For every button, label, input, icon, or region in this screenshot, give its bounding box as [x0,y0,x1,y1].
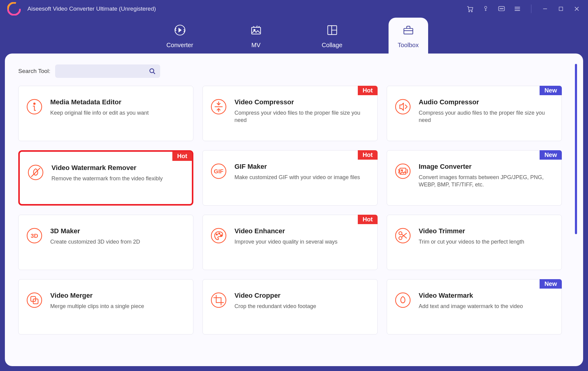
svg-point-29 [216,234,217,235]
tool-card-body: Video WatermarkAdd text and image waterm… [419,292,523,310]
tool-description: Compress your video files to the proper … [234,109,370,124]
palette-icon [210,227,227,244]
search-row: Search Tool: [18,64,570,78]
tools-grid: Media Metadata EditorKeep original file … [18,86,570,335]
svg-text:GIF: GIF [214,168,224,175]
mv-icon [249,23,263,37]
svg-point-15 [150,69,154,73]
tool-description: Compress your audio files to the proper … [419,109,554,124]
app-title: Aiseesoft Video Converter Ultimate (Unre… [27,5,156,12]
svg-rect-9 [559,7,563,11]
vertical-scrollbar[interactable] [575,64,577,234]
titlebar-controls [466,5,581,13]
svg-point-30 [219,233,220,234]
tab-mv[interactable]: MV [236,18,276,54]
feedback-icon[interactable] [498,5,505,13]
svg-point-3 [471,11,472,12]
search-input[interactable] [59,68,149,74]
tool-card-video-merger[interactable]: Video MergerMerge multiple clips into a … [18,279,193,335]
tab-toolbox[interactable]: Toolbox [389,18,428,54]
audio-compress-icon [394,98,411,115]
app-window: Aiseesoft Video Converter Ultimate (Unre… [0,0,588,371]
tool-card-image-converter[interactable]: NewImage ConverterConvert images formats… [387,150,562,206]
tab-converter[interactable]: Converter [160,18,200,54]
tool-card-body: Video EnhancerImprove your video quality… [234,227,337,245]
tool-description: Trim or cut your videos to the perfect l… [419,238,524,245]
cart-icon[interactable] [466,5,474,13]
svg-point-6 [500,8,501,9]
tool-description: Improve your video quality in several wa… [234,238,337,245]
tool-card-gif-maker[interactable]: HotGIFGIF MakerMake customized GIF with … [202,150,378,206]
search-label: Search Tool: [18,68,50,75]
svg-point-38 [211,293,226,307]
tab-label: Toolbox [398,42,419,49]
watermark-remove-icon [27,164,44,181]
svg-rect-11 [252,27,260,34]
tool-card-video-watermark[interactable]: NewVideo WatermarkAdd text and image wat… [387,279,562,335]
tool-card-media-metadata-editor[interactable]: Media Metadata EditorKeep original file … [18,86,193,141]
tool-card-video-cropper[interactable]: Video CropperCrop the redundant video fo… [202,279,378,335]
watermark-icon [394,292,411,309]
svg-point-32 [396,228,410,243]
minimize-button[interactable] [541,5,549,13]
tool-card-body: Video CropperCrop the redundant video fo… [234,292,316,310]
new-badge: New [540,150,562,160]
new-badge: New [540,279,562,289]
menu-icon[interactable] [513,5,521,13]
tool-card-body: 3D MakerCreate customized 3D video from … [50,227,140,245]
tool-title: Audio Compressor [419,98,554,106]
tool-card-body: Video CompressorCompress your video file… [234,98,370,124]
svg-point-23 [396,164,410,179]
app-logo-icon [7,2,21,16]
svg-point-28 [211,228,226,243]
tool-card-audio-compressor[interactable]: NewAudio CompressorCompress your audio f… [387,86,562,141]
svg-point-17 [34,103,35,105]
tool-title: Media Metadata Editor [50,98,149,106]
tool-description: Make customized GIF with your video or i… [234,174,360,181]
search-box[interactable] [55,64,160,78]
svg-point-8 [502,8,503,9]
tool-description: Convert images formats between JPG/JPEG,… [419,174,554,189]
tool-title: Video Enhancer [234,227,337,235]
tool-title: Video Cropper [234,292,316,300]
maximize-button[interactable] [557,5,565,13]
tab-label: Converter [167,42,193,49]
key-icon[interactable] [482,5,490,13]
tab-label: Collage [322,42,343,49]
tool-card-video-trimmer[interactable]: Video TrimmerTrim or cut your videos to … [387,215,562,270]
tool-title: Video Trimmer [419,227,524,235]
hot-badge: Hot [358,215,378,224]
image-convert-icon [394,163,411,180]
new-badge: New [540,86,562,95]
tool-description: Keep original file info or edit as you w… [50,109,149,116]
tool-title: Video Merger [50,292,144,300]
titlebar: Aiseesoft Video Converter Ultimate (Unre… [0,0,588,18]
scissors-icon [394,227,411,244]
tool-card-video-enhancer[interactable]: HotVideo EnhancerImprove your video qual… [202,215,378,270]
tool-title: 3D Maker [50,227,140,235]
collage-icon [326,23,339,37]
search-icon[interactable] [149,68,156,75]
titlebar-divider [531,5,531,13]
tool-card-video-watermark-remover[interactable]: HotVideo Watermark RemoverRemove the wat… [18,150,193,206]
svg-point-2 [469,11,470,12]
svg-point-31 [220,235,222,236]
tab-label: MV [252,42,261,49]
tool-card-body: Audio CompressorCompress your audio file… [419,98,554,124]
tool-card-3d-maker[interactable]: 3D3D MakerCreate customized 3D video fro… [18,215,193,270]
compress-icon [210,98,227,115]
svg-rect-14 [404,29,413,34]
tool-card-body: Video MergerMerge multiple clips into a … [50,292,144,310]
svg-point-35 [27,293,42,307]
tool-description: Merge multiple clips into a single piece [50,303,144,310]
tab-collage[interactable]: Collage [312,18,352,54]
tool-description: Crop the redundant video footage [234,303,316,310]
hot-badge: Hot [172,151,192,161]
3d-icon: 3D [26,227,43,244]
svg-point-39 [396,293,410,307]
tool-card-video-compressor[interactable]: HotVideo CompressorCompress your video f… [202,86,378,141]
svg-text:3D: 3D [31,233,38,239]
tool-description: Create customized 3D video from 2D [50,238,140,245]
tool-title: Video Watermark Remover [51,164,163,172]
close-button[interactable] [573,5,581,13]
